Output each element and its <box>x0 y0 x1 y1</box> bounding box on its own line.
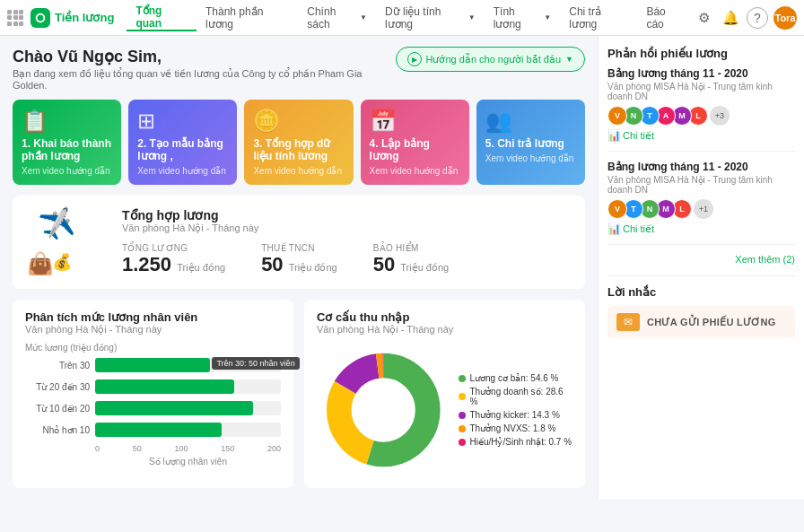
legend-item-5: Hiếu/Hỷ/Sinh nhật: 0.7 % <box>459 437 572 447</box>
detail-link-2[interactable]: 📊 Chi tiết <box>607 222 795 235</box>
bar-row-4: Nhỏ hơn 10 <box>25 423 281 437</box>
bar-label-2: Từ 20 đến 30 <box>25 382 90 392</box>
guide-button[interactable]: ▶ Hướng dẫn cho người bắt đầu ▼ <box>396 47 585 72</box>
divider <box>607 275 795 276</box>
bar-track-2 <box>95 379 281 394</box>
avatar-initials: Tora <box>774 13 795 23</box>
greeting-title: Chào Vũ Ngọc Sim, <box>13 47 396 66</box>
card-4-icon: 📅 <box>370 109 460 134</box>
stat-insurance-value: 50 Triệu đồng <box>373 253 450 276</box>
avatar-row-1: V N T A M L +3 <box>607 106 795 126</box>
bar-row-3: Từ 10 đến 20 <box>25 401 281 415</box>
card-4-num: 4. Lập bảng lương <box>370 137 460 162</box>
detail-link-1[interactable]: 📊 Chi tiết <box>607 129 795 142</box>
card-5-icon: 👥 <box>485 109 576 134</box>
card-2[interactable]: ⊞ 2. Tạo mẫu bảng lương , Xem video hướn… <box>128 100 237 185</box>
stat-tax: THUẾ TNCN 50 Triệu đồng <box>261 243 337 276</box>
bar-fill-1 <box>95 358 210 372</box>
svg-point-5 <box>354 379 414 440</box>
bar-label-3: Từ 10 đến 20 <box>25 404 90 414</box>
nav-item-pay[interactable]: Chi trả lương <box>560 4 637 31</box>
bar-tooltip-1: Trên 30: 50 nhân viên <box>212 357 299 370</box>
card-3-icon: 🪙 <box>253 109 344 134</box>
nav-item-components[interactable]: Thành phần lương <box>197 4 298 31</box>
bar-axis-label: Mức lương (triệu đồng) <box>25 343 281 353</box>
legend-item-4: Thưởng NVXS: 1.8 % <box>459 423 572 433</box>
feedback-item-1-sub: Văn phòng MISA Hà Nội - Trung tâm kinh d… <box>607 82 795 101</box>
topnav: Tiền lương Tổng quan Thành phần lương Ch… <box>0 0 804 36</box>
nav-item-calculate[interactable]: Tính lương ▼ <box>485 4 561 31</box>
bar-track-4 <box>95 423 281 437</box>
stat-total: TỔNG LƯƠNG 1.250 Triệu đồng <box>122 243 225 276</box>
bar-row-1: Trên 30 Trên 30: 50 nhân viên <box>25 358 281 372</box>
bar-fill-4 <box>95 423 222 437</box>
bar-track-1: Trên 30: 50 nhân viên <box>95 358 281 372</box>
guide-label: Hướng dẫn cho người bắt đầu <box>426 54 562 65</box>
reminder-mail-icon: ✉ <box>616 313 640 331</box>
stat-total-value: 1.250 Triệu đồng <box>122 253 225 276</box>
card-4[interactable]: 📅 4. Lập bảng lương Xem video hướng dẫn <box>361 100 469 185</box>
stat-insurance: BẢO HIỂM 50 Triệu đồng <box>373 243 450 276</box>
reminder-box: ✉ CHƯA GỬI PHIẾU LƯƠNG <box>607 306 795 338</box>
greeting-row: Chào Vũ Ngọc Sim, Bạn đang xem đồ liệu t… <box>13 47 585 91</box>
stat-tax-value: 50 Triệu đồng <box>261 253 337 276</box>
reminder-title: Lời nhắc <box>607 285 795 299</box>
feedback-section: Phản hồi phiếu lương Bảng lương tháng 11… <box>607 47 795 265</box>
card-5[interactable]: 👥 5. Chi trả lương Xem video hướng dẫn <box>476 100 585 185</box>
bar-label-1: Trên 30 <box>25 361 90 371</box>
card-3-num: 3. Tổng hợp dữ liệu tính lương <box>253 137 344 162</box>
summary-stats: TỔNG LƯƠNG 1.250 Triệu đồng THUẾ TNCN 50… <box>122 243 571 276</box>
plus-badge-2: +1 <box>694 199 713 219</box>
card-1[interactable]: 📋 1. Khai báo thành phần lương Xem video… <box>13 100 121 185</box>
feedback-item-1: Bảng lương tháng 11 - 2020 Văn phòng MIS… <box>607 67 795 152</box>
nav-right: ⚙ 🔔 ? Tora <box>693 6 797 30</box>
nav-item-overview[interactable]: Tổng quan <box>127 4 197 31</box>
see-more-link[interactable]: Xem thêm (2) <box>607 254 795 265</box>
nav-item-salary-data[interactable]: Dữ liệu tính lương ▼ <box>376 4 485 31</box>
card-5-num: 5. Chi trả lương <box>485 137 576 150</box>
card-2-link: Xem video hướng dẫn <box>137 166 228 176</box>
donut-svg <box>317 343 450 477</box>
donut-legend: Lương cơ bản: 54.6 % Thưởng doanh số: 28… <box>459 373 572 447</box>
sidebar: Phản hồi phiếu lương Bảng lương tháng 11… <box>598 36 804 499</box>
bar-xaxis: 050100150200 <box>25 444 281 453</box>
settings-icon[interactable]: ⚙ <box>693 7 714 29</box>
feedback-item-2-title: Bảng lương tháng 11 - 2020 <box>607 161 795 173</box>
card-1-icon: 📋 <box>22 109 112 134</box>
nav-item-report[interactable]: Báo cáo <box>637 4 693 31</box>
card-3[interactable]: 🪙 3. Tổng hợp dữ liệu tính lương Xem vid… <box>244 100 353 185</box>
feedback-item-2-sub: Văn phòng MISA Hà Nội - Trung tâm kinh d… <box>607 175 795 195</box>
bell-icon[interactable]: 🔔 <box>720 7 741 29</box>
play-icon: ▶ <box>407 52 422 66</box>
lower-row: Phân tích mức lương nhân viên Văn phòng … <box>13 300 585 488</box>
bar-track-3 <box>95 401 281 415</box>
legend-item-1: Lương cơ bản: 54.6 % <box>459 373 572 383</box>
summary-box: ✈️ 👜 💰 Tổng hợp lương Văn phòng Hà Nội -… <box>13 196 585 289</box>
cards-row: 📋 1. Khai báo thành phần lương Xem video… <box>13 100 585 185</box>
help-icon[interactable]: ? <box>747 7 768 29</box>
feedback-item-2: Bảng lương tháng 11 - 2020 Văn phòng MIS… <box>607 161 795 245</box>
card-5-link: Xem video hướng dẫn <box>485 153 576 163</box>
greeting: Chào Vũ Ngọc Sim, Bạn đang xem đồ liệu t… <box>13 47 396 91</box>
card-4-link: Xem video hướng dẫn <box>370 166 460 176</box>
brand-logo[interactable]: Tiền lương <box>31 8 114 28</box>
nav-item-policy[interactable]: Chính sách ▼ <box>298 4 376 31</box>
greeting-subtitle: Bạn đang xem đồ liệu tổng quan về tiền l… <box>13 68 396 91</box>
bar-fill-2 <box>95 379 234 394</box>
stat-insurance-label: BẢO HIỂM <box>373 243 450 253</box>
legend-item-3: Thưởng kicker: 14.3 % <box>459 410 572 420</box>
avatar[interactable]: Tora <box>773 6 797 30</box>
main-layout: Chào Vũ Ngọc Sim, Bạn đang xem đồ liệu t… <box>0 36 804 499</box>
bar-chart-title: Phân tích mức lương nhân viên <box>25 310 281 324</box>
summary-title: Tổng hợp lương <box>122 208 571 222</box>
grid-icon[interactable] <box>7 10 23 26</box>
content-area: Chào Vũ Ngọc Sim, Bạn đang xem đồ liệu t… <box>0 36 598 499</box>
card-3-link: Xem video hướng dẫn <box>253 166 344 176</box>
bar-xlabel: Số lượng nhân viên <box>25 457 281 467</box>
plus-badge-1: +3 <box>710 106 730 126</box>
summary-illustration: ✈️ 👜 💰 <box>27 209 108 276</box>
summary-subtitle: Văn phòng Hà Nội - Tháng này <box>122 222 571 234</box>
avatar-row-2: V T N M L +1 <box>607 199 795 219</box>
bar-chart-box: Phân tích mức lương nhân viên Văn phòng … <box>13 300 293 488</box>
reminder-text: CHƯA GỬI PHIẾU LƯƠNG <box>647 317 776 328</box>
